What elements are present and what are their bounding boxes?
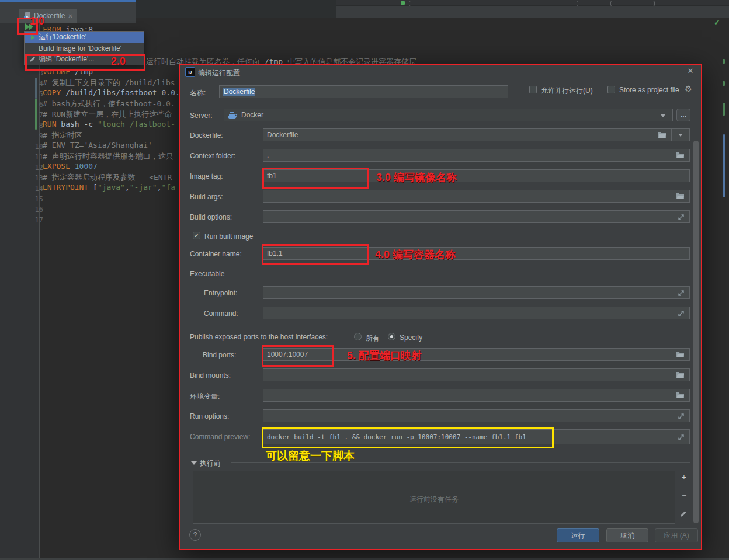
dialog-title: 编辑运行配置 — [198, 68, 240, 78]
code-token: EXPOSE — [43, 162, 70, 171]
code-token: "-jar" — [130, 183, 157, 192]
expand-icon[interactable] — [678, 290, 685, 298]
build-args-input[interactable] — [263, 190, 690, 203]
help-button[interactable]: ? — [189, 529, 201, 541]
code-token: # 指定时区 — [43, 131, 82, 140]
menu-item[interactable]: 运行'Dockerfile' — [25, 32, 144, 43]
code-token: "fa — [162, 183, 175, 192]
gear-icon[interactable]: ⚙ — [685, 84, 692, 93]
server-label: Server: — [190, 112, 213, 120]
tab-close-icon[interactable]: ✕ — [68, 13, 72, 19]
expand-icon[interactable] — [678, 413, 685, 422]
name-input[interactable]: Dockerfile — [219, 85, 508, 98]
folder-icon[interactable] — [676, 371, 685, 380]
code-line: # 指定时区 — [43, 130, 82, 141]
code-token: /build/libs/fastboot-0.0. — [61, 88, 180, 97]
add-task-icon[interactable]: + — [679, 472, 689, 482]
expand-icon[interactable] — [678, 310, 685, 319]
dialog-scrollbar[interactable] — [693, 141, 699, 523]
annotation-step1: 1.0 — [30, 15, 44, 27]
code-line: # 声明运行时容器提供服务端口，这只 — [43, 151, 173, 162]
radio-dot — [390, 335, 393, 338]
entrypoint-input[interactable] — [263, 286, 690, 299]
code-token: 10007 — [70, 162, 98, 171]
menu-item-label: Build Image for 'Dockerfile' — [39, 44, 122, 53]
ide-screenshot: 1234567891011121314151617 FROM java:8运行时… — [0, 0, 729, 560]
radio-specify[interactable] — [388, 333, 395, 340]
code-token: ENTRYPOINT — [43, 183, 88, 192]
store-project-file-label: Store as project file — [619, 86, 679, 94]
annotation-box-step4 — [262, 244, 369, 265]
stripe-mark[interactable] — [723, 59, 725, 64]
code-line: EXPOSE 10007 — [43, 162, 98, 171]
dockerfile-value: Dockerfile — [267, 131, 298, 139]
command-input[interactable] — [263, 307, 690, 319]
context-folder-label: Context folder: — [190, 152, 235, 160]
parallel-run-checkbox[interactable] — [529, 86, 537, 93]
cancel-button[interactable]: 取消 — [606, 528, 648, 542]
code-line: COPY /build/libs/fastboot-0.0. — [43, 88, 180, 97]
search-box-remnant[interactable] — [610, 1, 655, 6]
annotation-box-note — [262, 427, 554, 448]
code-token: "touch /fastboot- — [98, 120, 175, 128]
remove-task-icon[interactable]: − — [680, 491, 688, 499]
radio-all-label: 所有 — [366, 333, 380, 343]
folder-icon[interactable] — [676, 193, 685, 201]
stripe-mark[interactable] — [723, 134, 725, 197]
stripe-mark[interactable] — [723, 103, 725, 116]
expand-icon[interactable] — [678, 214, 685, 222]
code-token: # bash方式执行，使fastboot-0.0. — [43, 99, 175, 108]
run-built-image-checkbox[interactable]: ✓ — [193, 232, 200, 239]
code-token: RUN — [43, 120, 56, 128]
menu-item[interactable]: Build Image for 'Dockerfile' — [25, 43, 144, 54]
code-line: # ENV TZ='Asia/Shanghai' — [43, 141, 152, 149]
folder-icon[interactable] — [676, 351, 685, 360]
container-name-label: Container name: — [190, 250, 242, 258]
intellij-logo-icon: IJ — [185, 67, 195, 77]
name-label: 名称: — [190, 88, 206, 98]
code-line: # RUN新建立一层，在其上执行这些命 — [43, 109, 172, 120]
folder-icon[interactable] — [676, 152, 685, 161]
annotation-box-step3 — [262, 168, 369, 189]
code-token: [ — [88, 183, 98, 192]
folder-icon[interactable] — [658, 131, 666, 140]
store-project-file-checkbox[interactable] — [608, 86, 615, 93]
no-tasks-text: 运行前没有任务 — [193, 495, 675, 505]
annotation-step5: 5. 配置端口映射 — [347, 349, 422, 363]
build-args-label: Build args: — [190, 193, 223, 201]
dockerfile-dropdown-button[interactable] — [671, 128, 690, 141]
chevron-down-icon[interactable] — [661, 114, 665, 117]
run-built-image-label: Run built image — [204, 232, 253, 241]
apply-button[interactable]: 应用 (A) — [655, 528, 698, 542]
edit-task-icon[interactable] — [680, 510, 688, 518]
run-button[interactable]: 运行 — [557, 528, 599, 542]
code-token: # ENV TZ='Asia/Shanghai' — [43, 141, 152, 149]
context-folder-input[interactable]: . — [263, 149, 690, 162]
status-bar — [0, 558, 729, 560]
dialog-close-icon[interactable]: ✕ — [686, 67, 695, 76]
expand-icon[interactable] — [678, 434, 685, 443]
code-token: # 指定容器启动程序及参数 <ENTR — [43, 173, 172, 182]
inspections-ok-icon[interactable]: ✓ — [714, 18, 722, 26]
collapse-arrow-icon[interactable] — [191, 461, 197, 465]
dockerfile-input[interactable]: Dockerfile — [263, 128, 672, 141]
code-line: # 复制上下文目录下的 /build/libs — [43, 78, 175, 88]
code-line: # bash方式执行，使fastboot-0.0. — [43, 99, 175, 109]
bind-ports-label: Bind ports: — [203, 351, 236, 359]
command-label: Command: — [204, 309, 238, 318]
env-vars-input[interactable] — [263, 389, 690, 402]
browse-server-button[interactable]: ... — [676, 109, 690, 121]
server-combobox[interactable]: Docker — [224, 109, 673, 121]
edit-run-config-dialog: IJ 编辑运行配置 ✕ 名称: Dockerfile 允许并行运行(U) Sto… — [179, 64, 702, 550]
folder-icon[interactable] — [676, 392, 685, 401]
bind-mounts-input[interactable] — [263, 368, 690, 381]
code-token: # 复制上下文目录下的 /build/libs — [43, 78, 175, 87]
run-options-input[interactable] — [263, 409, 690, 422]
build-options-input[interactable] — [263, 210, 690, 223]
code-token: COPY — [43, 88, 61, 97]
annotation-step3: 3.0 编写镜像名称 — [376, 171, 457, 185]
stripe-mark[interactable] — [723, 81, 725, 86]
context-folder-value: . — [267, 151, 269, 159]
radio-all[interactable] — [354, 333, 362, 340]
menu-item-label: 运行'Dockerfile' — [39, 32, 86, 42]
